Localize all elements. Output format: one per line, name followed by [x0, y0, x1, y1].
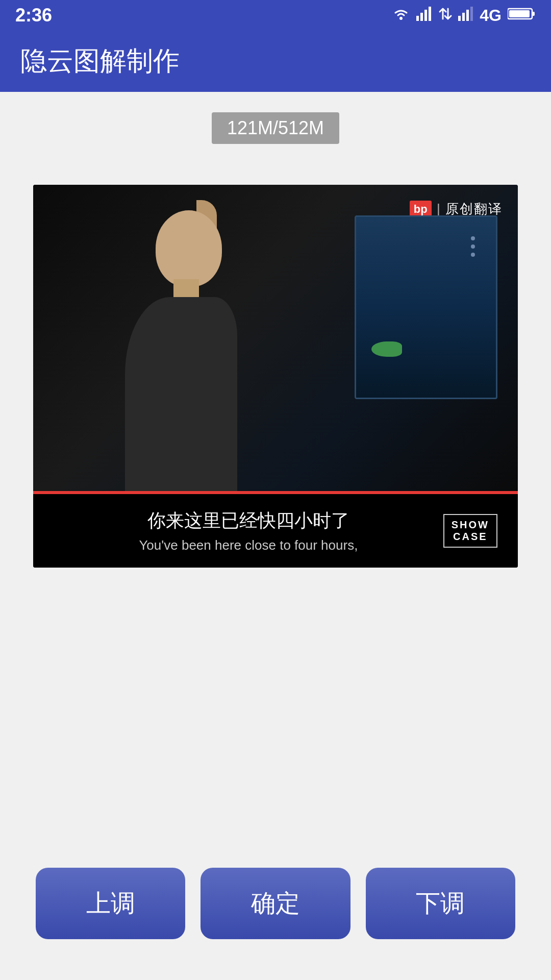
signal2-icon: [458, 7, 473, 24]
subtitle-english: You've been here close to four hours,: [54, 537, 443, 553]
status-icons: 4G: [392, 6, 536, 25]
subtitle-text: 你来这里已经快四小时了 You've been here close to fo…: [54, 508, 443, 553]
fish: [371, 341, 402, 357]
bubble: [471, 244, 475, 249]
aquarium-bubbles: [465, 232, 481, 314]
body: [125, 297, 237, 491]
svg-rect-1: [416, 16, 419, 21]
status-bar: 2:36: [0, 0, 551, 31]
showcase-badge: SHOW CASE: [443, 514, 497, 548]
head: [156, 210, 222, 287]
svg-rect-6: [462, 13, 465, 21]
app-title: 隐云图解制作: [20, 43, 180, 79]
status-time: 2:36: [15, 5, 52, 26]
main-content: 121M/512M bp | 原创翻译: [0, 92, 551, 980]
wifi-icon: [392, 7, 410, 24]
subtitle-chinese: 你来这里已经快四小时了: [54, 508, 443, 533]
signal-icon: [416, 7, 432, 24]
bubble: [471, 236, 475, 240]
up-button[interactable]: 上调: [36, 868, 185, 939]
svg-point-0: [399, 17, 403, 20]
battery-icon: [508, 7, 536, 24]
video-container[interactable]: bp | 原创翻译: [33, 185, 518, 568]
bubble: [471, 253, 475, 257]
showcase-bottom: CASE: [452, 531, 489, 543]
watermark-divider: |: [437, 201, 440, 217]
svg-rect-2: [420, 13, 423, 21]
bottom-buttons: 上调 确定 下调: [15, 837, 536, 980]
subtitle-bar: 你来这里已经快四小时了 You've been here close to fo…: [33, 494, 518, 568]
svg-rect-5: [458, 16, 461, 21]
aquarium: [355, 215, 497, 399]
video-scene: bp | 原创翻译: [33, 185, 518, 491]
person-silhouette: [74, 195, 268, 491]
memory-badge: 121M/512M: [212, 112, 339, 144]
app-bar: 隐云图解制作: [0, 31, 551, 92]
svg-rect-7: [466, 10, 469, 21]
svg-rect-8: [470, 7, 473, 21]
network-label: 4G: [480, 6, 502, 25]
data-transfer-icon: [438, 7, 452, 24]
svg-rect-10: [532, 12, 535, 16]
svg-rect-4: [429, 7, 431, 21]
svg-rect-11: [509, 10, 530, 17]
showcase-top: SHOW: [452, 519, 489, 531]
down-button[interactable]: 下调: [366, 868, 515, 939]
confirm-button[interactable]: 确定: [201, 868, 350, 939]
svg-rect-3: [424, 10, 427, 21]
